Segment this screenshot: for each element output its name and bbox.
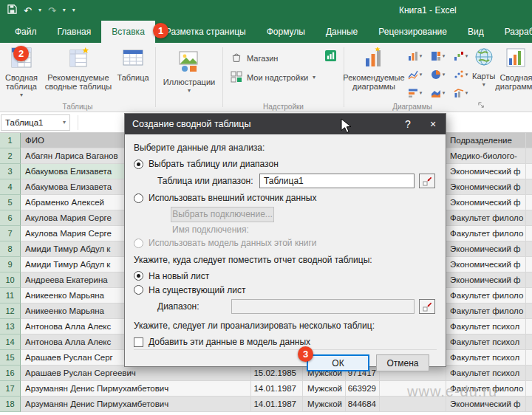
row-header[interactable]: 17 [0, 381, 21, 397]
save-icon[interactable] [7, 4, 17, 17]
cell-dept[interactable]: Экономический ф [446, 164, 526, 179]
redo-caret-icon[interactable]: ▾ [63, 7, 66, 13]
line-chart-icon[interactable]: ▾ [403, 65, 426, 83]
row-header[interactable]: 5 [0, 195, 21, 210]
row-header[interactable]: 10 [0, 272, 21, 288]
cell-sliver[interactable] [526, 257, 532, 272]
name-box[interactable]: Таблица1 ▾ [1, 114, 70, 131]
cell-sliver[interactable] [526, 148, 532, 164]
table-button[interactable]: Таблица [114, 43, 152, 99]
maps-button[interactable]: Карты ▾ [472, 43, 495, 99]
recommended-pivot-button[interactable]: Рекомендуемые сводные таблицы [43, 43, 114, 99]
undo-icon[interactable]: ↶ [24, 6, 32, 16]
cell-dept[interactable]: Факультет психол [446, 335, 526, 350]
row-header[interactable]: 14 [0, 335, 21, 350]
cell-dept[interactable]: Медико-биолого- [446, 148, 526, 164]
recommended-charts-button[interactable]: Рекомендуемые диаграммы [344, 43, 403, 99]
cell-sliver[interactable] [526, 397, 532, 412]
radio-new-sheet[interactable] [134, 271, 143, 281]
tab-home[interactable]: Главная [47, 21, 102, 43]
cell-dept[interactable]: Экономический ф [446, 241, 526, 257]
cell-sliver[interactable] [526, 335, 532, 350]
cell-dept[interactable]: Экономический ф [446, 179, 526, 195]
tab-view[interactable]: Вид [457, 21, 494, 43]
location-range-picker-button[interactable] [419, 299, 435, 314]
radio-external-source[interactable] [134, 193, 143, 203]
cell-dept[interactable]: Экономический ф [446, 272, 526, 288]
dialog-close-button[interactable]: × [420, 114, 446, 134]
hierarchy-chart-icon[interactable]: ▾ [426, 47, 449, 65]
pie-chart-icon[interactable]: ▾ [426, 65, 449, 83]
cell-code[interactable]: 663929 [346, 381, 380, 397]
tab-data[interactable]: Данные [316, 21, 368, 43]
cell-dept[interactable]: Факультет филоло [446, 288, 526, 303]
row-header[interactable]: 1 [0, 133, 21, 148]
my-addins-button[interactable]: Мои надстройки ▾ [223, 68, 344, 87]
cell-sliver[interactable] [526, 241, 532, 257]
row-header[interactable]: 3 [0, 164, 21, 179]
waterfall-chart-icon[interactable]: ▾ [449, 47, 472, 65]
cell-sliver[interactable] [526, 179, 532, 195]
row-header[interactable]: 16 [0, 366, 21, 381]
cell-gender[interactable]: Мужской [303, 397, 346, 412]
ok-button[interactable]: ОК [307, 354, 369, 371]
row-header[interactable]: 11 [0, 288, 21, 303]
column-header-dept[interactable]: Подразделение [446, 133, 526, 148]
cell-dept[interactable]: Факультет психол [446, 350, 526, 366]
row-header[interactable]: 12 [0, 303, 21, 319]
tab-file[interactable]: Файл [4, 21, 47, 43]
range-picker-button[interactable] [419, 174, 435, 188]
column-chart-icon[interactable]: ▾ [403, 47, 426, 65]
row-header[interactable]: 2 [0, 148, 21, 164]
cell-sliver[interactable] [526, 303, 532, 319]
row-header[interactable]: 15 [0, 350, 21, 366]
tab-page-layout[interactable]: Разметка страницы [155, 21, 256, 43]
dialog-help-button[interactable]: ? [395, 114, 420, 134]
tab-formulas[interactable]: Формулы [256, 21, 316, 43]
add-to-data-model-checkbox[interactable] [134, 337, 143, 347]
row-header[interactable]: 13 [0, 319, 21, 335]
cell-dept[interactable]: Факультет филоло [446, 226, 526, 241]
charts-dialog-launcher-icon[interactable] [477, 101, 485, 109]
cell-date[interactable]: 14.01.1987 [251, 381, 303, 397]
row-header[interactable]: 18 [0, 397, 21, 412]
radio-existing-sheet[interactable] [134, 285, 143, 295]
cell-sliver[interactable] [526, 210, 532, 226]
cell-date[interactable]: 14.01.1987 [251, 397, 303, 412]
tab-developer[interactable]: Разработчик [494, 21, 532, 43]
scatter-chart-icon[interactable]: ▾ [449, 65, 472, 83]
cell-dept[interactable]: Факультет филоло [446, 210, 526, 226]
dialog-title-bar[interactable]: Создание сводной таблицы ? × [125, 114, 446, 134]
cell-sliver[interactable] [526, 226, 532, 241]
location-input[interactable] [231, 299, 415, 314]
radio-select-table[interactable] [134, 160, 143, 169]
area-chart-icon[interactable]: ▾ [426, 83, 449, 102]
customize-qat-caret-icon[interactable]: ▾ [72, 7, 75, 13]
table-range-input[interactable]: Таблица1 [259, 174, 415, 188]
tab-insert[interactable]: Вставка [101, 21, 155, 43]
column-header[interactable] [526, 133, 532, 148]
cell-sliver[interactable] [526, 272, 532, 288]
cell-dept[interactable]: Экономический ф [446, 257, 526, 272]
tab-review[interactable]: Рецензирование [368, 21, 457, 43]
cell-dept[interactable]: Факультет психол [446, 319, 526, 335]
undo-caret-icon[interactable]: ▾ [38, 7, 41, 13]
row-header[interactable]: 8 [0, 241, 21, 257]
choose-connection-button[interactable]: Выбрать подключение... [171, 207, 274, 222]
cancel-button[interactable]: Отмена [376, 354, 429, 371]
combo-chart-icon[interactable]: ▾ [449, 83, 472, 102]
cell-dept[interactable]: Экономический ф [446, 195, 526, 210]
cell-dept[interactable]: Факультет психол [446, 366, 526, 381]
row-header[interactable]: 9 [0, 257, 21, 272]
cell-sliver[interactable] [526, 164, 532, 179]
row-header[interactable]: 6 [0, 210, 21, 226]
redo-icon[interactable]: ↷ [48, 6, 56, 16]
cell-sliver[interactable] [526, 319, 532, 335]
cell-sliver[interactable] [526, 381, 532, 397]
cell-fio[interactable]: Арзуманян Денис Пирмухамбетович [21, 381, 251, 397]
cell-sliver[interactable] [526, 288, 532, 303]
cell-code[interactable]: 844684 [346, 397, 380, 412]
cell-sliver[interactable] [526, 350, 532, 366]
people-graph-icon[interactable] [325, 50, 336, 64]
illustrations-button[interactable]: Иллюстрации ▾ [156, 43, 222, 99]
